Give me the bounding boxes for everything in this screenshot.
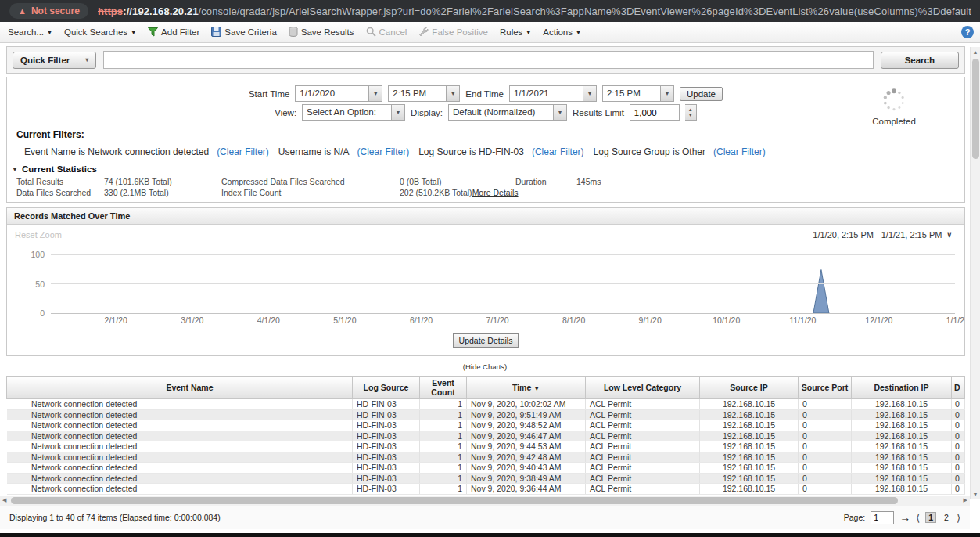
table-row[interactable]: Network connection detectedHD-FIN-031Nov… xyxy=(7,420,965,431)
scroll-up-icon[interactable]: ▲ xyxy=(971,49,980,55)
chevron-down-icon[interactable]: ▾ xyxy=(391,105,404,120)
update-details-row: Update Details xyxy=(7,333,964,348)
database-icon xyxy=(289,27,298,38)
column-header-source-ip[interactable]: Source IP xyxy=(700,377,799,399)
search-button[interactable]: Search xyxy=(881,52,959,69)
chart-range-selector[interactable]: 1/1/20, 2:15 PM - 1/1/21, 2:15 PM ∨ xyxy=(813,230,952,240)
save-results-button[interactable]: Save Results xyxy=(289,27,354,38)
x-axis-tick: 12/1/20 xyxy=(865,315,892,325)
column-header-event-name[interactable]: Event Name xyxy=(27,377,353,399)
table-cell: 0 xyxy=(799,441,852,452)
chevron-down-icon[interactable]: ▾ xyxy=(553,105,566,120)
table-cell: 192.168.10.15 xyxy=(700,420,799,431)
next-page-icon[interactable]: ⟩ xyxy=(957,512,960,524)
column-header-log-source[interactable]: Log Source xyxy=(353,377,420,399)
clear-filter-link[interactable]: (Clear Filter) xyxy=(532,146,584,157)
update-button[interactable]: Update xyxy=(680,87,723,101)
horizontal-scrollbar[interactable]: ◀ ▶ xyxy=(0,496,970,506)
display-label: Display: xyxy=(411,108,443,117)
page-2-button[interactable]: 2 xyxy=(942,513,951,522)
start-clock-value: 2:15 PM xyxy=(389,86,446,101)
clear-filter-link[interactable]: (Clear Filter) xyxy=(713,146,766,157)
column-header-event-count[interactable]: Event Count xyxy=(420,377,467,399)
table-row[interactable]: Network connection detectedHD-FIN-031Nov… xyxy=(7,463,965,474)
actions-menu-button[interactable]: Actions▼ xyxy=(543,27,581,37)
reset-zoom-button[interactable]: Reset Zoom xyxy=(15,230,62,240)
vertical-scrollbar[interactable]: ▲ ▼ xyxy=(970,47,980,499)
not-secure-badge[interactable]: ▲ Not secure xyxy=(9,3,88,19)
results-limit-input[interactable] xyxy=(630,104,680,121)
scroll-left-icon[interactable]: ◀ xyxy=(2,497,6,503)
x-axis-tick: 8/1/20 xyxy=(562,315,585,325)
table-cell: 192.168.10.15 xyxy=(852,484,952,495)
chevron-down-icon[interactable]: ▾ xyxy=(368,86,382,101)
table-row[interactable]: Network connection detectedHD-FIN-031Nov… xyxy=(7,473,965,484)
stepper-down-icon: ▼ xyxy=(688,113,693,118)
display-select[interactable]: Default (Normalized) ▾ xyxy=(448,104,567,121)
go-to-page-icon[interactable]: → xyxy=(899,511,910,524)
table-cell: 0 xyxy=(952,409,965,420)
chevron-down-icon[interactable]: ▾ xyxy=(660,86,673,101)
search-menu-button[interactable]: Search...▼ xyxy=(8,27,52,37)
rules-menu-button[interactable]: Rules▼ xyxy=(500,27,531,37)
start-clock-select[interactable]: 2:15 PM ▾ xyxy=(388,85,460,102)
view-select[interactable]: Select An Option: ▾ xyxy=(302,104,405,121)
chevron-down-icon[interactable]: ▾ xyxy=(583,86,596,101)
clear-filter-link[interactable]: (Clear Filter) xyxy=(357,146,410,157)
vertical-scrollbar-thumb[interactable] xyxy=(972,59,979,159)
table-cell: ACL Permit xyxy=(586,431,700,441)
results-limit-stepper[interactable]: ▲▼ xyxy=(685,104,697,121)
horizontal-scrollbar-thumb[interactable] xyxy=(11,497,898,504)
current-statistics-toggle[interactable]: ▼ Current Statistics xyxy=(12,164,960,174)
table-row[interactable]: Network connection detectedHD-FIN-031Nov… xyxy=(7,399,965,410)
table-row[interactable]: Network connection detectedHD-FIN-031Nov… xyxy=(7,484,965,495)
url-text[interactable]: https://192.168.20.21/console/qradar/jsp… xyxy=(98,5,971,17)
add-filter-button[interactable]: Add Filter xyxy=(148,27,199,38)
table-cell: 0 xyxy=(952,420,965,431)
table-cell: 192.168.10.15 xyxy=(852,420,952,431)
column-header-destination-ip[interactable]: Destination IP xyxy=(852,377,952,399)
column-header-source-port[interactable]: Source Port xyxy=(799,377,852,399)
page-1-button[interactable]: 1 xyxy=(925,512,936,523)
column-header-time[interactable]: Time ▼ xyxy=(467,377,586,399)
table-cell: ACL Permit xyxy=(586,484,700,495)
help-icon[interactable]: ? xyxy=(961,26,974,38)
previous-page-icon[interactable]: ⟨ xyxy=(916,512,920,524)
chevron-down-icon[interactable]: ▾ xyxy=(446,86,459,101)
start-date-select[interactable]: 1/1/2020 ▾ xyxy=(295,85,382,102)
statistics-grid: Total Results 74 (101.6KB Total) Compres… xyxy=(12,174,960,197)
url-scheme: https xyxy=(98,5,123,17)
table-row[interactable]: Network connection detectedHD-FIN-031Nov… xyxy=(7,441,965,452)
quick-filter-selector[interactable]: Quick Filter ▾ xyxy=(13,52,96,69)
update-details-button[interactable]: Update Details xyxy=(453,333,519,348)
save-criteria-button[interactable]: Save Criteria xyxy=(211,27,276,38)
table-cell: 192.168.10.15 xyxy=(852,441,952,452)
chevron-down-icon: ▼ xyxy=(131,30,136,35)
table-row[interactable]: Network connection detectedHD-FIN-031Nov… xyxy=(7,452,965,463)
filter-item: Username is N/A(Clear Filter) xyxy=(278,146,409,157)
scroll-down-icon[interactable]: ▼ xyxy=(971,492,980,497)
table-cell: 0 xyxy=(952,463,965,474)
table-cell: 0 xyxy=(799,463,852,474)
end-clock-select[interactable]: 2:15 PM ▾ xyxy=(602,85,674,102)
clear-filter-link[interactable]: (Clear Filter) xyxy=(217,146,269,157)
quick-filter-input[interactable] xyxy=(103,51,873,69)
end-date-select[interactable]: 1/1/2021 ▾ xyxy=(509,85,597,102)
column-header-low-level-category[interactable]: Low Level Category xyxy=(586,377,700,399)
table-row[interactable]: Network connection detectedHD-FIN-031Nov… xyxy=(7,409,965,420)
current-filters-list: Event Name is Network connection detecte… xyxy=(16,146,955,157)
page-number-input[interactable] xyxy=(871,511,894,524)
table-cell: 192.168.10.15 xyxy=(852,473,952,484)
table-cell: ACL Permit xyxy=(586,452,700,463)
table-cell: 192.168.10.15 xyxy=(852,452,952,463)
scroll-right-icon[interactable]: ▶ xyxy=(964,497,967,503)
x-axis-tick: 4/1/20 xyxy=(257,315,280,325)
hide-charts-link[interactable]: (Hide Charts) xyxy=(463,362,508,371)
chart-plot-area[interactable]: 100500 xyxy=(51,254,955,313)
more-details-link[interactable]: More Details xyxy=(472,188,519,197)
column-header-truncated[interactable]: D xyxy=(952,377,965,399)
table-row[interactable]: Network connection detectedHD-FIN-031Nov… xyxy=(7,431,965,441)
filter-text: Event Name is Network connection detecte… xyxy=(24,146,209,157)
table-cell: 192.168.10.15 xyxy=(852,409,952,420)
quick-searches-menu-button[interactable]: Quick Searches▼ xyxy=(64,27,136,37)
